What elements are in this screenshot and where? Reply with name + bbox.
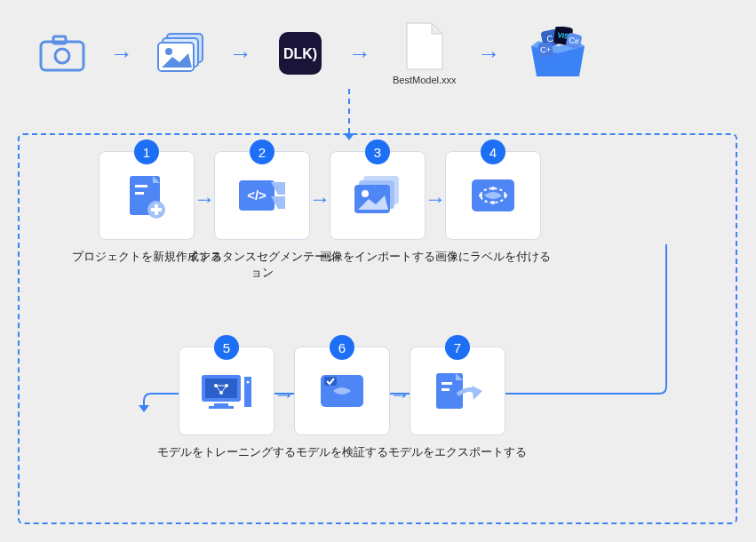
import-images-icon: [353, 174, 402, 217]
svg-point-32: [504, 194, 507, 197]
file-icon: [403, 21, 446, 71]
new-project-icon: [124, 171, 169, 220]
step-label: 画像にラベルを付ける: [418, 249, 569, 265]
segmentation-icon: </>: [235, 173, 289, 218]
export-icon: [431, 368, 484, 414]
arrow-icon: →: [389, 382, 410, 407]
svg-text:C+: C+: [539, 44, 551, 54]
svg-rect-37: [214, 403, 228, 406]
file-label: BestModel.xxx: [393, 75, 457, 85]
svg-point-2: [55, 49, 69, 63]
step-number-badge: 5: [214, 335, 239, 360]
train-icon: [198, 370, 255, 412]
arrow-icon: →: [194, 187, 215, 211]
arrow-icon: →: [110, 40, 133, 68]
svg-rect-18: [135, 185, 147, 187]
model-file: BestModel.xxx: [393, 21, 457, 85]
arrow-icon: →: [425, 187, 446, 211]
app-logo-icon: DLK): [274, 31, 327, 76]
arrow-icon: →: [348, 40, 371, 68]
top-pipeline: → → DLK) → BestModel.xxx → C VIS: [0, 0, 756, 103]
validate-icon: [317, 371, 367, 410]
label-icon: [468, 176, 518, 215]
svg-point-28: [362, 190, 369, 197]
svg-rect-22: [151, 208, 162, 211]
svg-rect-38: [209, 406, 234, 409]
arrow-icon: →: [229, 40, 252, 68]
camera-icon: [36, 31, 89, 76]
svg-text:DLK): DLK): [283, 46, 317, 61]
svg-rect-0: [41, 42, 84, 70]
step-number-badge: 2: [250, 139, 275, 164]
step-number-badge: 1: [134, 139, 159, 164]
svg-point-46: [247, 381, 250, 384]
step-number-badge: 3: [365, 139, 390, 164]
workflow-row-2: 5 モデルをトレーニングする → 6: [151, 347, 533, 460]
step-number-badge: 6: [330, 335, 354, 360]
svg-rect-50: [442, 382, 452, 385]
svg-rect-1: [53, 36, 66, 44]
svg-rect-36: [205, 379, 237, 398]
workflow-row-1: 1 プロジェクトを新規作成する → 2 </> インスタンスセグメンテーシ: [71, 151, 569, 281]
toolbox-icon: C VIS C# C+: [522, 31, 593, 76]
arrow-icon: →: [274, 382, 295, 407]
svg-point-33: [491, 187, 495, 190]
svg-point-31: [479, 194, 482, 197]
svg-text:</>: </>: [247, 187, 267, 203]
images-stack-icon: [155, 31, 208, 76]
arrow-icon: →: [309, 187, 330, 211]
step-number-badge: 7: [445, 335, 470, 360]
arrow-icon: →: [478, 40, 501, 68]
svg-point-6: [165, 48, 172, 55]
dotted-down-arrow: [348, 89, 350, 133]
svg-rect-48: [324, 377, 337, 386]
step-label: モデルをエクスポートする: [382, 444, 533, 460]
svg-rect-51: [442, 388, 450, 391]
svg-point-34: [491, 201, 495, 204]
svg-rect-19: [135, 192, 144, 195]
step-number-badge: 4: [481, 139, 505, 164]
